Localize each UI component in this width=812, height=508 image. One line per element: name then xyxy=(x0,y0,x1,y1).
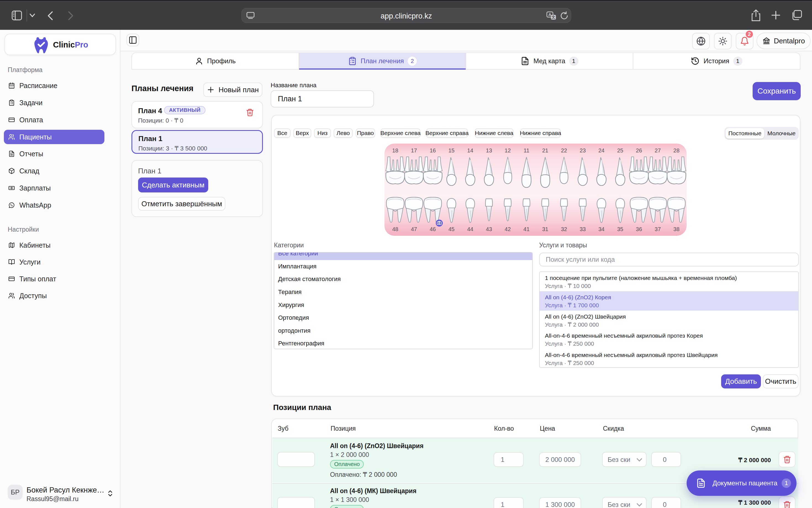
svg-text:25: 25 xyxy=(617,147,623,154)
svg-text:23: 23 xyxy=(580,147,586,154)
svg-text:27: 27 xyxy=(655,147,661,154)
svg-text:48: 48 xyxy=(392,226,398,232)
svg-text:35: 35 xyxy=(617,226,623,232)
svg-text:41: 41 xyxy=(523,226,529,232)
svg-text:文: 文 xyxy=(551,15,556,19)
svg-text:33: 33 xyxy=(580,226,586,232)
svg-text:45: 45 xyxy=(448,226,454,232)
svg-text:15: 15 xyxy=(448,147,454,154)
svg-text:44: 44 xyxy=(467,226,473,232)
svg-text:31: 31 xyxy=(542,226,548,232)
svg-text:17: 17 xyxy=(411,147,417,154)
svg-text:14: 14 xyxy=(467,147,473,154)
svg-text:47: 47 xyxy=(411,226,417,232)
svg-text:18: 18 xyxy=(392,147,398,154)
svg-text:32: 32 xyxy=(561,226,567,232)
svg-text:34: 34 xyxy=(598,226,604,232)
svg-text:13: 13 xyxy=(486,147,492,154)
svg-text:26: 26 xyxy=(636,147,642,154)
svg-text:16: 16 xyxy=(430,147,436,154)
svg-text:42: 42 xyxy=(504,226,511,232)
svg-text:46: 46 xyxy=(430,226,436,232)
svg-text:37: 37 xyxy=(655,226,661,232)
svg-text:36: 36 xyxy=(636,226,642,232)
svg-text:28: 28 xyxy=(673,147,680,154)
svg-text:21: 21 xyxy=(542,147,548,154)
svg-text:11: 11 xyxy=(524,147,529,154)
svg-text:43: 43 xyxy=(486,226,492,232)
svg-text:22: 22 xyxy=(561,147,567,154)
svg-text:12: 12 xyxy=(504,147,511,154)
svg-text:38: 38 xyxy=(673,226,680,232)
svg-text:24: 24 xyxy=(598,147,604,154)
